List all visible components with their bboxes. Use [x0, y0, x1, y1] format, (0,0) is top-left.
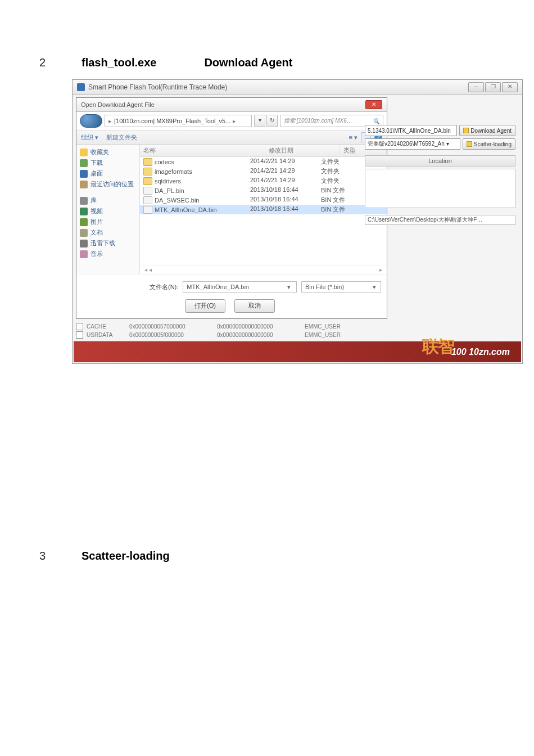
scatter-full-path: C:\Users\VerChem\Desktop\大神\酷派大神F… [365, 215, 515, 225]
breadcrumb-path: [10010zn.com] MX69Pro_Flash_Tool_v5... [114, 118, 230, 124]
file-icon [143, 187, 152, 195]
column-date[interactable]: 修改日期 [265, 145, 340, 156]
file-row[interactable]: sqldrivers2014/2/21 14:29文件夹 [140, 176, 387, 186]
toolbar-organize[interactable]: 组织 ▾ [81, 133, 98, 142]
sidebar-docs[interactable]: 文档 [78, 227, 138, 238]
folder-icon [143, 158, 152, 166]
dialog-close-button[interactable]: ✕ [365, 100, 382, 109]
view-mode-icon[interactable]: ≡ ▾ [349, 134, 357, 141]
cancel-button[interactable]: 取消 [234, 299, 275, 313]
sidebar-xunlei[interactable]: 迅雷下载 [78, 238, 138, 249]
screenshot-flash-tool: Smart Phone Flash Tool(Runtime Trace Mod… [72, 79, 523, 364]
file-row[interactable]: DA_PL.bin2013/10/18 16:44BIN 文件 [140, 186, 387, 195]
file-icon [143, 206, 152, 214]
refresh-button[interactable]: ↻ [266, 115, 278, 127]
download-agent-button[interactable]: Download Agent [459, 125, 515, 136]
dialog-title: Open Download Agent File [81, 101, 155, 108]
filename-dropdown-icon[interactable]: ▾ [285, 284, 293, 291]
sidebar-recent[interactable]: 最近访问的位置 [78, 179, 138, 190]
file-row[interactable]: imageformats2014/2/21 14:29文件夹 [140, 166, 387, 176]
da-btn-icon [463, 128, 469, 133]
flash-tool-right-panel: 5.1343.01\MTK_AllInOne_DA.bin Download A… [365, 125, 515, 225]
app-icon [77, 83, 85, 91]
dialog-sidebar: 收藏夹 下载 桌面 最近访问的位置 库 视频 图片 文档 迅雷下载 音乐 [76, 145, 140, 274]
step-3-number: 3 [39, 550, 51, 562]
file-list: 名称 修改日期 类型 codecs2014/2/21 14:29文件夹image… [140, 145, 387, 274]
brand-site: 100 10zn.com [451, 347, 510, 357]
da-path-field: 5.1343.01\MTK_AllInOne_DA.bin [365, 125, 457, 136]
breadcrumb-sep2-icon: ▸ [233, 118, 236, 125]
folder-icon [143, 177, 152, 185]
open-file-dialog: Open Download Agent File ✕ ▸ [10010zn.co… [76, 97, 387, 319]
step-3-label: Scatteer-loading [82, 550, 170, 562]
file-row[interactable]: MTK_AllInOne_DA.bin2013/10/18 16:44BIN 文… [140, 205, 387, 214]
step-2-label-b: Download Agent [204, 56, 292, 69]
breadcrumb-sep-icon: ▸ [108, 118, 112, 125]
scatter-path-field[interactable]: 完美版v20140206\MT6592_An ▾ [365, 138, 460, 150]
main-window-titlebar: Smart Phone Flash Tool(Runtime Trace Mod… [73, 80, 522, 95]
step-2-label-a: flash_tool.exe [82, 56, 156, 69]
scatter-btn-icon [467, 141, 472, 147]
filename-label: 文件名(N): [150, 283, 178, 291]
partition-row: CACHE0x00000000570000000x000000000000000… [76, 322, 519, 331]
open-button[interactable]: 打开(O) [185, 299, 225, 313]
main-window-title: Smart Phone Flash Tool(Runtime Trace Mod… [88, 83, 227, 91]
sidebar-favorites[interactable]: 收藏夹 [78, 147, 138, 158]
folder-icon [143, 168, 152, 176]
nav-back-forward[interactable] [80, 114, 102, 128]
location-list [365, 169, 515, 208]
filetype-dropdown-icon: ▾ [370, 284, 378, 291]
maximize-button[interactable]: ❐ [485, 82, 501, 92]
close-button[interactable]: ✕ [502, 82, 518, 92]
sidebar-picture[interactable]: 图片 [78, 217, 138, 227]
sidebar-video[interactable]: 视频 [78, 206, 138, 217]
sidebar-library[interactable]: 库 [78, 195, 138, 206]
brand-logo: 联智 [422, 335, 454, 358]
hscroll-right[interactable]: ▸ [379, 267, 382, 273]
column-name[interactable]: 名称 [140, 145, 265, 156]
sidebar-desktop[interactable]: 桌面 [78, 168, 138, 179]
sidebar-music[interactable]: 音乐 [78, 249, 138, 259]
file-row[interactable]: codecs2014/2/21 14:29文件夹 [140, 157, 387, 166]
brand-strip: 联智 100 10zn.com [74, 341, 521, 362]
step-3-heading: 3 Scatteer-loading [39, 550, 495, 562]
breadcrumb[interactable]: ▸ [10010zn.com] MX69Pro_Flash_Tool_v5...… [105, 115, 252, 127]
sidebar-downloads[interactable]: 下载 [78, 158, 138, 168]
file-icon [143, 196, 152, 204]
location-header: Location [365, 155, 515, 166]
scatter-loading-button[interactable]: Scatter-loading [463, 138, 515, 150]
toolbar-new-folder[interactable]: 新建文件夹 [106, 133, 137, 142]
file-row[interactable]: DA_SWSEC.bin2013/10/18 16:44BIN 文件 [140, 195, 387, 205]
hscroll-left[interactable]: ◂ ◂ [144, 267, 152, 273]
minimize-button[interactable]: – [468, 82, 484, 92]
search-icon: 🔍 [373, 118, 379, 124]
file-type-select[interactable]: Bin File (*.bin) ▾ [301, 281, 381, 292]
partition-checkbox[interactable] [76, 331, 83, 339]
breadcrumb-dropdown[interactable]: ▾ [254, 115, 265, 127]
step-2-number: 2 [39, 56, 51, 69]
partition-checkbox[interactable] [76, 323, 83, 330]
filename-input[interactable]: MTK_AllInOne_DA.bin ▾ [183, 281, 297, 292]
step-2-heading: 2 flash_tool.exe Download Agent [39, 56, 495, 69]
